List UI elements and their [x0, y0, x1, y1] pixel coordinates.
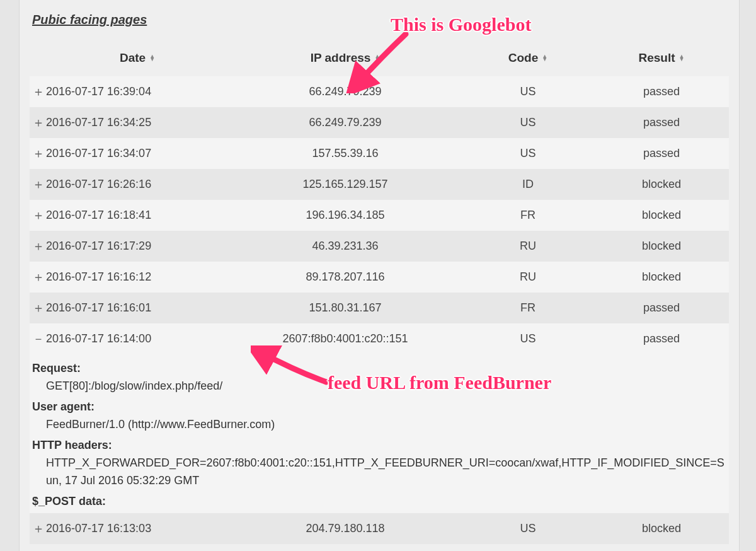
table-row: ＋2016-07-17 16:13:03204.79.180.118USbloc…: [30, 513, 729, 544]
cell-date: 2016-07-17 16:26:16: [46, 169, 229, 200]
cell-date: 2016-07-17 16:34:07: [46, 138, 229, 169]
cell-code: US: [462, 323, 594, 354]
expand-toggle[interactable]: ＋: [30, 262, 46, 293]
cell-ip: 89.178.207.116: [229, 262, 462, 293]
column-expand: [30, 45, 46, 76]
cell-ip: 151.80.31.167: [229, 293, 462, 323]
cell-code: US: [462, 138, 594, 169]
cell-result: passed: [594, 107, 729, 138]
cell-date: 2016-07-17 16:14:00: [46, 323, 229, 354]
column-ip[interactable]: IP address ▲▼: [229, 45, 462, 76]
cell-result: passed: [594, 323, 729, 354]
cell-result: blocked: [594, 231, 729, 262]
column-result-label: Result: [639, 51, 675, 65]
row-details: Request:GET[80]:/blog/slow/index.php/fee…: [30, 354, 729, 513]
expand-toggle[interactable]: ＋: [30, 513, 46, 544]
cell-ip: 125.165.129.157: [229, 169, 462, 200]
cell-result: blocked: [594, 513, 729, 544]
cell-code: US: [462, 107, 594, 138]
table-row: ＋2016-07-17 16:26:16125.165.129.157IDblo…: [30, 169, 729, 200]
log-panel: Pubic facing pages Date ▲▼ IP addr: [19, 0, 740, 551]
section-title: Pubic facing pages: [32, 13, 729, 27]
cell-code: US: [462, 76, 594, 107]
details-useragent-value: FeedBurner/1.0 (http://www.FeedBurner.co…: [32, 416, 726, 434]
table-row: ＋2016-07-17 16:34:2566.249.79.239USpasse…: [30, 107, 729, 138]
table-row: ＋2016-07-17 16:16:01151.80.31.167FRpasse…: [30, 293, 729, 323]
sort-icon: ▲▼: [374, 55, 380, 61]
details-request-value: GET[80]:/blog/slow/index.php/feed/: [32, 378, 726, 395]
table-row: ＋2016-07-17 16:34:07157.55.39.16USpassed: [30, 138, 729, 169]
expand-toggle[interactable]: ＋: [30, 231, 46, 262]
column-date-label: Date: [120, 51, 146, 65]
cell-result: blocked: [594, 262, 729, 293]
log-table: Date ▲▼ IP address ▲▼: [30, 45, 729, 544]
cell-date: 2016-07-17 16:39:04: [46, 76, 229, 107]
column-date[interactable]: Date ▲▼: [46, 45, 229, 76]
cell-code: RU: [462, 262, 594, 293]
collapse-toggle[interactable]: －: [30, 323, 46, 354]
table-header-row: Date ▲▼ IP address ▲▼: [30, 45, 729, 76]
cell-code: ID: [462, 169, 594, 200]
details-headers-label: HTTP headers:: [32, 439, 726, 452]
cell-date: 2016-07-17 16:18:41: [46, 200, 229, 231]
expand-toggle[interactable]: ＋: [30, 107, 46, 138]
expand-toggle[interactable]: ＋: [30, 293, 46, 323]
column-code-label: Code: [508, 51, 539, 65]
sort-icon: ▲▼: [679, 55, 685, 61]
expand-toggle[interactable]: ＋: [30, 169, 46, 200]
expand-toggle[interactable]: ＋: [30, 138, 46, 169]
cell-ip: 66.249.79.239: [229, 107, 462, 138]
details-headers-value: HTTP_X_FORWARDED_FOR=2607:f8b0:4001:c20:…: [32, 455, 726, 490]
cell-date: 2016-07-17 16:16:01: [46, 293, 229, 323]
cell-code: FR: [462, 200, 594, 231]
cell-result: passed: [594, 138, 729, 169]
cell-result: passed: [594, 76, 729, 107]
cell-result: blocked: [594, 200, 729, 231]
cell-code: US: [462, 513, 594, 544]
cell-date: 2016-07-17 16:34:25: [46, 107, 229, 138]
column-code[interactable]: Code ▲▼: [462, 45, 594, 76]
table-row: ＋2016-07-17 16:39:0466.249.79.239USpasse…: [30, 76, 729, 107]
expand-toggle[interactable]: ＋: [30, 76, 46, 107]
details-useragent-label: User agent:: [32, 400, 726, 414]
expand-toggle[interactable]: ＋: [30, 200, 46, 231]
table-row: －2016-07-17 16:14:002607:f8b0:4001:c20::…: [30, 323, 729, 354]
table-row: ＋2016-07-17 16:17:2946.39.231.36RUblocke…: [30, 231, 729, 262]
cell-result: blocked: [594, 169, 729, 200]
sort-icon: ▲▼: [149, 55, 155, 61]
column-result[interactable]: Result ▲▼: [594, 45, 729, 76]
cell-result: passed: [594, 293, 729, 323]
cell-ip: 2607:f8b0:4001:c20::151: [229, 323, 462, 354]
cell-date: 2016-07-17 16:16:12: [46, 262, 229, 293]
table-row: ＋2016-07-17 16:16:1289.178.207.116RUbloc…: [30, 262, 729, 293]
cell-ip: 46.39.231.36: [229, 231, 462, 262]
column-ip-label: IP address: [311, 51, 371, 65]
cell-ip: 196.196.34.185: [229, 200, 462, 231]
cell-ip: 66.249.79.239: [229, 76, 462, 107]
details-post-label: $_POST data:: [32, 495, 726, 508]
cell-code: RU: [462, 231, 594, 262]
details-request-label: Request:: [32, 362, 726, 375]
cell-ip: 204.79.180.118: [229, 513, 462, 544]
cell-date: 2016-07-17 16:13:03: [46, 513, 229, 544]
cell-code: FR: [462, 293, 594, 323]
sort-icon: ▲▼: [542, 55, 547, 61]
cell-date: 2016-07-17 16:17:29: [46, 231, 229, 262]
table-row: ＋2016-07-17 16:18:41196.196.34.185FRbloc…: [30, 200, 729, 231]
cell-ip: 157.55.39.16: [229, 138, 462, 169]
